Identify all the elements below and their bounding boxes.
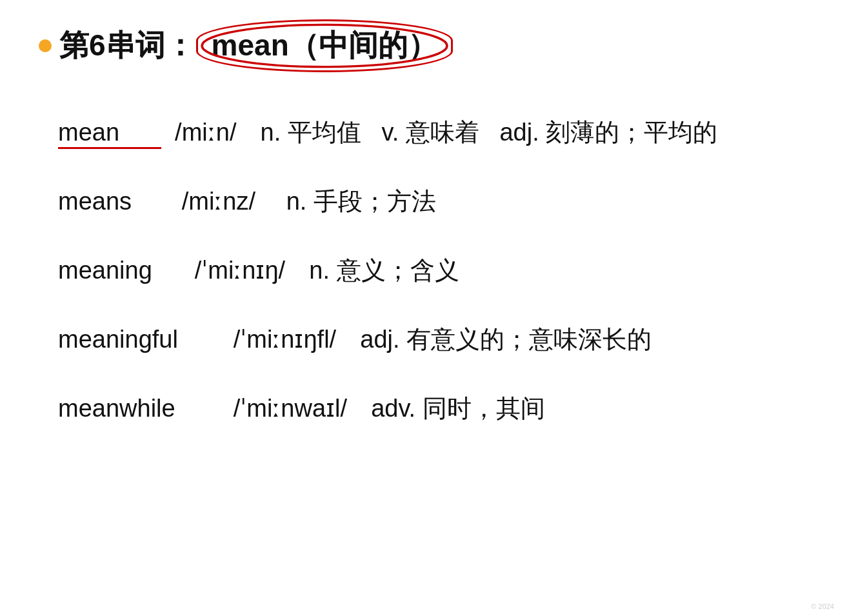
entry-meaningful: meaningful /ˈmiːnɪŋfl/ adj. 有意义的；意味深长的 xyxy=(58,305,808,374)
phonetic-meaning: /ˈmiːnɪŋ/ xyxy=(174,256,299,284)
entry-meaning: meaning /ˈmiːnɪŋ/ n. 意义；含义 xyxy=(58,236,808,305)
title-row: 第6串词： mean（中间的） xyxy=(39,26,808,66)
entries-container: mean /miːn/ n. 平均值 v. 意味着 adj. 刻薄的；平均的 m… xyxy=(39,98,808,443)
word-meaning: meaning xyxy=(58,257,174,284)
word-meaningful: meaningful xyxy=(58,326,213,353)
main-content: 第6串词： mean（中间的） mean /miːn/ n. 平均值 v. 意味… xyxy=(0,0,847,469)
definition-meaning: n. 意义；含义 xyxy=(309,254,459,287)
title-keyword: mean（中间的） xyxy=(201,27,448,63)
phonetic-meaningful: /ˈmiːnɪŋfl/ xyxy=(213,325,350,353)
definition-meaningful: adj. 有意义的；意味深长的 xyxy=(360,323,652,356)
definition-means: n. 手段；方法 xyxy=(286,185,436,218)
definition-mean: n. 平均值 v. 意味着 adj. 刻薄的；平均的 xyxy=(261,116,718,149)
phonetic-means: /miːnz/ xyxy=(161,187,276,215)
word-mean: mean xyxy=(58,119,161,146)
title-keyword-wrapper: mean（中间的） xyxy=(201,26,448,66)
word-means: means xyxy=(58,188,161,215)
bottom-bar: © 2024 xyxy=(811,602,834,611)
entry-meanwhile: meanwhile /ˈmiːnwaɪl/ adv. 同时，其间 xyxy=(58,374,808,443)
bottom-bar-text: © 2024 xyxy=(811,602,834,610)
entry-means: means /miːnz/ n. 手段；方法 xyxy=(58,167,808,236)
phonetic-meanwhile: /ˈmiːnwaɪl/ xyxy=(213,394,361,422)
phonetic-mean: /miːn/ xyxy=(161,118,250,146)
title-prefix: 第6串词： xyxy=(59,26,195,66)
entry-mean: mean /miːn/ n. 平均值 v. 意味着 adj. 刻薄的；平均的 xyxy=(58,98,808,167)
bullet-dot xyxy=(39,39,52,52)
title-text: 第6串词： mean（中间的） xyxy=(59,26,448,66)
word-meanwhile: meanwhile xyxy=(58,395,213,422)
definition-meanwhile: adv. 同时，其间 xyxy=(371,392,545,425)
